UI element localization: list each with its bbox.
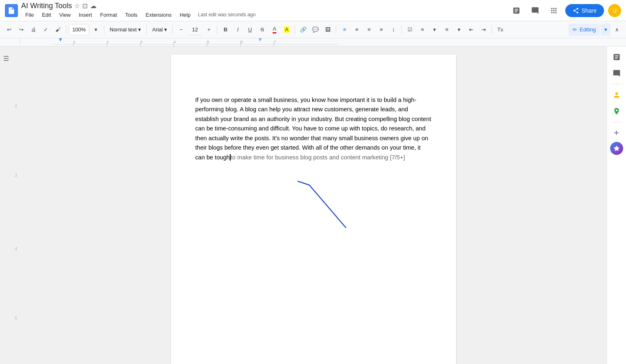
- font-size-decrease-btn[interactable]: −: [175, 24, 187, 36]
- menu-view[interactable]: View: [55, 10, 75, 20]
- share-label: Share: [582, 7, 597, 14]
- zoom-input[interactable]: [69, 24, 89, 35]
- gemini-ai-icon[interactable]: [610, 142, 623, 155]
- spell-check-button[interactable]: ✓: [40, 24, 51, 36]
- decrease-indent-button[interactable]: ⇤: [465, 24, 477, 36]
- doc-text-selected: to make time for business blog posts and…: [231, 154, 405, 161]
- add-button[interactable]: +: [609, 126, 624, 140]
- numbered-list-dropdown[interactable]: ▾: [453, 24, 465, 36]
- maps-icon[interactable]: [609, 104, 624, 119]
- chat-icon[interactable]: [609, 66, 624, 81]
- doc-title-row: AI Writing Tools ☆ ⊡ ☁: [21, 2, 506, 10]
- svg-text:7: 7: [274, 40, 276, 44]
- text-style-chevron: ▾: [138, 26, 141, 33]
- svg-text:2: 2: [107, 40, 109, 44]
- doc-page[interactable]: If you own or operate a small business, …: [171, 55, 456, 364]
- outline-icon[interactable]: ☰: [3, 55, 9, 62]
- menu-bar: File Edit View Insert Format Tools Exten…: [21, 10, 506, 20]
- editing-mode-button[interactable]: ✏ Editing: [569, 24, 600, 36]
- blue-arrow-drawing: [297, 181, 379, 242]
- comment-button[interactable]: 💬: [310, 24, 321, 36]
- text-color-button[interactable]: A: [269, 24, 280, 36]
- menu-extensions[interactable]: Extensions: [141, 10, 176, 20]
- svg-marker-16: [259, 38, 262, 42]
- toolbar: ↩ ↪ 🖨 ✓ 🖌 ▾ Normal text ▾ Arial ▾ − + B …: [0, 21, 626, 38]
- bold-button[interactable]: B: [220, 24, 231, 36]
- format-paint-button[interactable]: 🖌: [52, 24, 64, 36]
- text-style-dropdown[interactable]: Normal text ▾: [107, 24, 144, 36]
- checklist-button[interactable]: ☑: [404, 24, 416, 36]
- folder-icon[interactable]: ⊡: [82, 2, 88, 10]
- align-left-button[interactable]: ≡: [339, 24, 350, 36]
- strikethrough-button[interactable]: S: [256, 24, 268, 36]
- bullet-list-dropdown[interactable]: ▾: [429, 24, 440, 36]
- analytics-icon[interactable]: [609, 50, 624, 64]
- font-size-increase-btn[interactable]: +: [203, 24, 214, 36]
- title-bar: AI Writing Tools ☆ ⊡ ☁ File Edit View In…: [0, 0, 626, 21]
- image-button[interactable]: 🖼: [322, 24, 333, 36]
- cloud-icon[interactable]: ☁: [90, 2, 97, 10]
- page-num-3: 3: [15, 173, 17, 178]
- star-icon[interactable]: ☆: [74, 2, 80, 10]
- separator-5: [217, 25, 217, 34]
- user-avatar[interactable]: U: [608, 4, 621, 17]
- undo-button[interactable]: ↩: [3, 24, 15, 36]
- doc-title[interactable]: AI Writing Tools: [21, 2, 72, 10]
- print-button[interactable]: 🖨: [28, 24, 39, 36]
- left-sidebar: ☰ 2 3 4 5: [0, 46, 20, 364]
- align-center-button[interactable]: ≡: [351, 24, 362, 36]
- title-group: AI Writing Tools ☆ ⊡ ☁ File Edit View In…: [21, 2, 506, 20]
- numbered-list-button[interactable]: ≡: [441, 24, 452, 36]
- separator-2: [104, 25, 104, 34]
- italic-button[interactable]: I: [232, 24, 243, 36]
- separator-6: [295, 25, 295, 34]
- font-size-input[interactable]: [187, 24, 202, 35]
- doc-text-normal: If you own or operate a small business, …: [195, 97, 431, 161]
- menu-help[interactable]: Help: [176, 10, 195, 20]
- menu-format[interactable]: Format: [96, 10, 121, 20]
- google-apps-icon[interactable]: [547, 3, 561, 18]
- bullet-list-button[interactable]: ≡: [417, 24, 428, 36]
- editing-label: Editing: [580, 26, 596, 33]
- svg-text:5: 5: [207, 40, 209, 44]
- svg-text:4: 4: [174, 40, 176, 44]
- highlight-button[interactable]: A: [281, 24, 292, 36]
- font-dropdown[interactable]: Arial ▾: [149, 24, 170, 36]
- menu-file[interactable]: File: [21, 10, 38, 20]
- increase-indent-button[interactable]: ⇥: [478, 24, 489, 36]
- separator-7: [336, 25, 336, 34]
- collapse-toolbar-btn[interactable]: ∧: [611, 24, 623, 36]
- underline-button[interactable]: U: [244, 24, 256, 36]
- menu-edit[interactable]: Edit: [38, 10, 55, 20]
- clear-format-button[interactable]: Tx: [494, 24, 506, 36]
- line-spacing-button[interactable]: ↕: [388, 24, 399, 36]
- ruler-left-offset: [0, 38, 20, 46]
- menu-tools[interactable]: Tools: [121, 10, 141, 20]
- ruler: 1 2 3 4 5 6 7: [20, 38, 606, 46]
- zoom-dropdown-btn[interactable]: ▾: [90, 24, 101, 36]
- rs-divider-1: [611, 84, 623, 84]
- page-num-4: 4: [15, 246, 17, 251]
- svg-line-17: [309, 185, 346, 228]
- google-contacts-icon[interactable]: [609, 88, 624, 102]
- align-justify-button[interactable]: ≡: [375, 24, 387, 36]
- separator-4: [172, 25, 173, 34]
- rs-divider-2: [611, 122, 623, 122]
- share-button[interactable]: Share: [565, 4, 604, 17]
- right-sidebar: +: [606, 46, 626, 364]
- ruler-row: 1 2 3 4 5 6 7: [0, 38, 626, 46]
- doc-content[interactable]: If you own or operate a small business, …: [195, 95, 432, 162]
- link-button[interactable]: 🔗: [298, 24, 309, 36]
- smart-compose-icon[interactable]: [509, 3, 524, 18]
- menu-insert[interactable]: Insert: [75, 10, 96, 20]
- page-num-5: 5: [15, 315, 17, 320]
- ruler-right-offset: [606, 38, 626, 46]
- svg-line-18: [297, 181, 309, 185]
- separator-1: [66, 25, 66, 34]
- doc-icon[interactable]: [5, 4, 18, 17]
- redo-button[interactable]: ↪: [15, 24, 27, 36]
- editing-dropdown-button[interactable]: ▾: [601, 24, 611, 36]
- align-right-button[interactable]: ≡: [363, 24, 375, 36]
- comments-icon[interactable]: [528, 3, 542, 18]
- doc-area[interactable]: If you own or operate a small business, …: [20, 46, 606, 364]
